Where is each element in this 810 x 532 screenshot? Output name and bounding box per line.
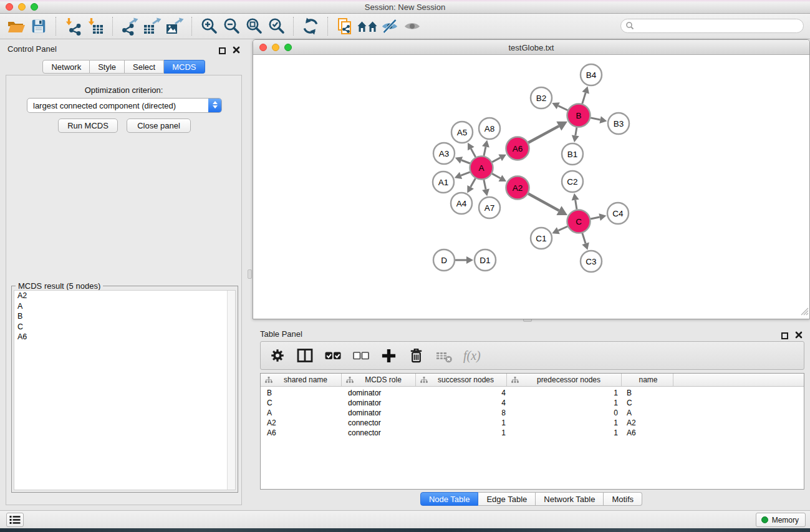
first-neighbors-icon[interactable] <box>356 16 378 37</box>
criterion-dropdown-value: largest connected component (directed) <box>27 99 221 110</box>
graph-edge-B-B1[interactable] <box>576 127 577 135</box>
tab-node-table[interactable]: Node Table <box>420 492 479 506</box>
table-cell: dominator <box>342 409 416 417</box>
search-input[interactable] <box>620 19 804 33</box>
zoom-selected-icon[interactable] <box>265 16 287 37</box>
table-row[interactable]: A2connector11A2 <box>261 418 804 428</box>
graph-edge-A-A2[interactable] <box>492 173 500 178</box>
search-field-wrap <box>620 19 804 33</box>
graph-edge-A-A4[interactable] <box>471 178 476 187</box>
mac-titlebar: Session: New Session <box>0 0 810 14</box>
open-session-icon[interactable] <box>5 16 27 37</box>
export-table-icon[interactable] <box>141 16 163 37</box>
graph-node-label: A1 <box>438 178 449 187</box>
result-list-item[interactable]: C <box>14 322 235 332</box>
export-image-icon[interactable] <box>163 16 186 37</box>
vertical-splitter-grip[interactable] <box>248 269 252 279</box>
zoom-in-icon[interactable] <box>198 16 220 37</box>
float-panel-icon[interactable] <box>219 47 226 54</box>
import-network-icon[interactable] <box>62 16 84 37</box>
graph-edge-B-B2[interactable] <box>558 106 567 110</box>
result-list-item[interactable]: A6 <box>14 332 235 342</box>
graph-node-label: B3 <box>614 119 624 128</box>
graph-edge-A-A3[interactable] <box>461 160 470 163</box>
result-list-item[interactable]: B <box>14 311 235 322</box>
tab-edge-table[interactable]: Edge Table <box>478 492 536 506</box>
column-header-predecessor-nodes[interactable]: predecessor nodes <box>507 374 622 386</box>
table-cell: B <box>261 389 342 397</box>
resize-grip-icon[interactable] <box>801 307 809 318</box>
close-panel-icon[interactable] <box>795 330 803 341</box>
select-all-checkboxes-icon[interactable] <box>324 347 342 364</box>
close-panel-icon[interactable] <box>233 45 240 56</box>
column-header-shared-name[interactable]: shared name <box>261 374 342 386</box>
column-header-mcds-role[interactable]: MCDS role <box>342 374 416 386</box>
tab-network[interactable]: Network <box>42 60 90 74</box>
table-settings-gear-icon[interactable] <box>269 347 286 364</box>
graph-edge-A-A8[interactable] <box>484 147 486 156</box>
graph-edge-A-A7[interactable] <box>484 180 486 189</box>
hide-selected-icon[interactable] <box>378 16 401 37</box>
graph-edge-C-C2[interactable] <box>576 200 577 210</box>
column-layout-icon[interactable] <box>296 347 314 364</box>
result-list-item[interactable]: A2 <box>14 291 235 301</box>
tab-motifs[interactable]: Motifs <box>604 492 642 506</box>
result-scrollbar[interactable] <box>227 291 235 490</box>
node-table: shared name MCDS role <box>260 373 804 490</box>
application-window: Session: New Session <box>0 0 810 532</box>
export-network-icon[interactable] <box>118 16 141 37</box>
table-cell: 1 <box>507 399 622 407</box>
table-cell: 1 <box>507 418 622 427</box>
graph-edge-A6-B[interactable] <box>528 126 559 143</box>
network-close-button[interactable] <box>259 44 267 51</box>
column-header-successor-nodes[interactable]: successor nodes <box>416 374 507 386</box>
criterion-dropdown[interactable]: largest connected component (directed) <box>27 98 222 113</box>
graph-edge-C-C1[interactable] <box>558 226 567 231</box>
network-canvas[interactable]: B4B2BB3A8A5A6A3B1AA1C2A2A4A7C4CC1C3DD1 <box>253 55 809 319</box>
tab-style[interactable]: Style <box>90 60 125 74</box>
run-mcds-button[interactable]: Run MCDS <box>58 118 118 133</box>
network-window-titlebar[interactable]: testGlobe.txt <box>253 40 809 55</box>
graph-edge-B-B4[interactable] <box>582 93 586 104</box>
tab-select[interactable]: Select <box>125 60 164 74</box>
column-header-name[interactable]: name <box>622 374 673 386</box>
add-column-icon[interactable] <box>380 347 397 364</box>
zoom-fit-icon[interactable] <box>243 16 265 37</box>
new-network-from-file-icon[interactable] <box>334 16 356 37</box>
graph-edge-A2-C[interactable] <box>528 193 559 210</box>
close-panel-button[interactable]: Close panel <box>127 118 191 133</box>
delete-icon[interactable] <box>408 347 425 364</box>
float-panel-icon[interactable] <box>781 332 788 339</box>
show-all-icon[interactable] <box>401 16 423 37</box>
graph-edge-A-A1[interactable] <box>461 172 470 176</box>
graph-edge-arrow <box>582 86 589 94</box>
deselect-all-checkboxes-icon[interactable] <box>352 347 370 364</box>
tab-mcds[interactable]: MCDS <box>164 60 205 74</box>
refresh-layout-icon[interactable] <box>299 16 322 37</box>
graph-edge-B-B3[interactable] <box>591 118 600 120</box>
network-view-window: testGlobe.txt B4B2BB3A8A5A6A3B1AA1C2A2A4… <box>253 39 810 319</box>
import-table-icon[interactable] <box>84 16 107 37</box>
table-row[interactable]: Cdominator41C <box>261 398 804 408</box>
graph-edge-C-C4[interactable] <box>591 217 600 219</box>
table-cell: A2 <box>622 418 673 427</box>
zoom-out-icon[interactable] <box>220 16 243 37</box>
task-history-button[interactable] <box>6 513 24 527</box>
graph-edge-A-A6[interactable] <box>492 158 500 162</box>
table-row[interactable]: Bdominator41B <box>261 388 804 398</box>
control-panel-tabs: Network Style Select MCDS <box>0 60 248 74</box>
table-cell: connector <box>342 418 416 427</box>
table-cell: A6 <box>622 428 673 437</box>
graph-edge-C-C3[interactable] <box>582 233 586 244</box>
graph-edge-A-A5[interactable] <box>471 148 475 157</box>
toolbar-separator <box>55 17 56 36</box>
network-minimize-button[interactable] <box>272 44 279 51</box>
table-toolbar: f(x) <box>260 341 804 370</box>
result-list-item[interactable]: A <box>14 301 235 312</box>
network-maximize-button[interactable] <box>284 44 292 51</box>
tab-network-table[interactable]: Network Table <box>536 492 604 506</box>
table-row[interactable]: A6connector11A6 <box>261 428 804 438</box>
table-row[interactable]: Adominator80A <box>261 408 804 418</box>
memory-button[interactable]: Memory <box>756 513 806 527</box>
save-session-icon[interactable] <box>27 16 50 37</box>
